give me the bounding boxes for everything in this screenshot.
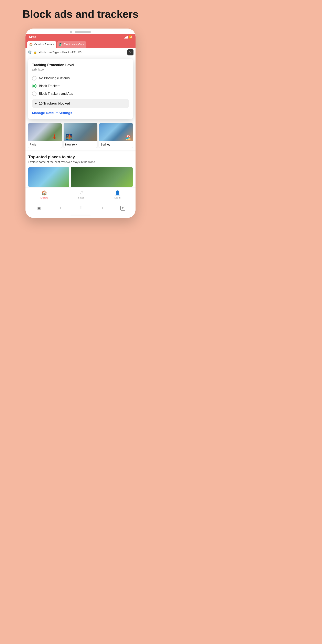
- url-bar: 🛡️ 🔒 airbnb.com/?irgwc=1&irclid=2SJz%3 V: [26, 48, 136, 57]
- tab-electronics-title: Electronics, Ca: [64, 43, 82, 46]
- tab-airbnb-favicon: 🏠: [29, 43, 32, 46]
- back-button[interactable]: ‹: [58, 204, 63, 212]
- sidebar-toggle-button[interactable]: ▣: [36, 205, 42, 211]
- phone-bottom: [26, 214, 136, 218]
- option-no-blocking-label: No Blocking (Default): [39, 76, 70, 80]
- nav-login[interactable]: 👤 Log in: [114, 190, 120, 199]
- city-card-paris[interactable]: Paris: [28, 123, 62, 148]
- phone-camera: [70, 31, 72, 33]
- option-no-blocking[interactable]: No Blocking (Default): [32, 74, 129, 82]
- city-image-newyork: [64, 123, 98, 141]
- trackers-arrow-icon: ▶: [35, 102, 37, 105]
- city-name-paris: Paris: [28, 141, 62, 148]
- signal-bar-1: [124, 38, 125, 38]
- city-card-newyork[interactable]: New York: [64, 123, 98, 148]
- login-icon: 👤: [115, 190, 120, 196]
- nav-explore[interactable]: 🏠 Explore: [40, 190, 48, 199]
- browser-bottom-bar: ▣ ‹ ⠿ › 2: [26, 202, 136, 214]
- grid-button[interactable]: ⠿: [78, 205, 84, 211]
- phone-top-bar: [26, 28, 136, 34]
- tab-airbnb-title: Vacation Renta: [34, 43, 52, 46]
- top-rated-images: [28, 167, 133, 187]
- city-name-sydney: Sydney: [99, 141, 133, 148]
- option-block-trackers-label: Block Trackers: [39, 84, 60, 88]
- tabs-count-button[interactable]: 2: [120, 206, 125, 210]
- tab-add-button[interactable]: +: [128, 40, 134, 48]
- status-bar: 14:18 📶: [26, 34, 136, 40]
- login-label: Log in: [114, 196, 120, 199]
- signal-icon: [124, 36, 128, 38]
- manage-default-settings-link[interactable]: Manage Default Settings: [32, 111, 129, 115]
- status-time: 14:18: [29, 36, 36, 39]
- trackers-blocked-label: 10 Trackers blocked: [39, 102, 70, 105]
- shield-icon: 🛡️: [28, 50, 32, 54]
- radio-no-blocking[interactable]: [32, 76, 36, 80]
- top-rated-image-2: [71, 167, 133, 187]
- tab-airbnb[interactable]: 🏠 Vacation Renta ×: [27, 41, 56, 48]
- tab-electronics-close[interactable]: ×: [83, 43, 84, 46]
- trackers-blocked-row[interactable]: ▶ 10 Trackers blocked: [32, 99, 129, 108]
- option-block-trackers-ads-label: Block Trackers and Ads: [39, 92, 73, 96]
- city-name-newyork: New York: [64, 141, 98, 148]
- app-nav: 🏠 Explore ♡ Saved 👤 Log in: [26, 188, 136, 202]
- city-section: Paris New York Sydney: [26, 121, 136, 150]
- signal-bar-3: [126, 36, 127, 38]
- phone-speaker: [74, 32, 91, 32]
- lock-icon: 🔒: [34, 51, 37, 54]
- city-image-paris: [28, 123, 62, 141]
- signal-bar-4: [127, 36, 128, 38]
- status-icons: 📶: [124, 36, 132, 38]
- city-image-sydney: [99, 123, 133, 141]
- tab-electronics[interactable]: 🛍️ Electronics, Ca ×: [57, 41, 86, 48]
- explore-icon: 🏠: [42, 190, 47, 196]
- city-row: Paris New York Sydney: [28, 123, 133, 148]
- url-text[interactable]: airbnb.com/?irgwc=1&irclid=2SJz%3: [38, 51, 126, 54]
- radio-block-trackers[interactable]: [32, 84, 36, 88]
- forward-button[interactable]: ›: [100, 204, 105, 212]
- explore-label: Explore: [40, 196, 48, 199]
- wifi-icon: 📶: [129, 36, 132, 38]
- radio-block-trackers-ads[interactable]: [32, 92, 36, 96]
- tabs-bar: 🏠 Vacation Renta × 🛍️ Electronics, Ca × …: [26, 40, 136, 48]
- signal-bar-2: [125, 37, 126, 38]
- top-rated-section: Top-rated places to stay Explore some of…: [26, 152, 136, 188]
- saved-label: Saved: [78, 196, 84, 199]
- phone-home-bar: [70, 214, 91, 216]
- tab-airbnb-close[interactable]: ×: [53, 43, 54, 46]
- top-rated-subtitle: Explore some of the best-reviewed stays …: [28, 160, 133, 164]
- browser-content: Paris New York Sydney Top-rated places t…: [26, 121, 136, 202]
- popup-title: Tracking Protection Level: [32, 63, 129, 67]
- top-rated-image-1: [28, 167, 69, 187]
- popup-subtitle: airbnb.com: [32, 68, 129, 71]
- top-rated-title: Top-rated places to stay: [28, 155, 133, 159]
- tracking-protection-popup: Tracking Protection Level airbnb.com No …: [28, 59, 133, 119]
- page-title: Block ads and trackers: [22, 8, 138, 20]
- option-block-trackers-ads[interactable]: Block Trackers and Ads: [32, 90, 129, 98]
- option-block-trackers[interactable]: Block Trackers: [32, 82, 129, 90]
- vivaldi-logo[interactable]: V: [127, 49, 134, 56]
- saved-icon: ♡: [79, 190, 83, 196]
- tab-electronics-favicon: 🛍️: [59, 43, 62, 46]
- city-card-sydney[interactable]: Sydney: [99, 123, 133, 148]
- phone-device: 14:18 📶 🏠 Vacation Renta × 🛍️ Electronic…: [26, 28, 136, 218]
- nav-saved[interactable]: ♡ Saved: [78, 190, 84, 199]
